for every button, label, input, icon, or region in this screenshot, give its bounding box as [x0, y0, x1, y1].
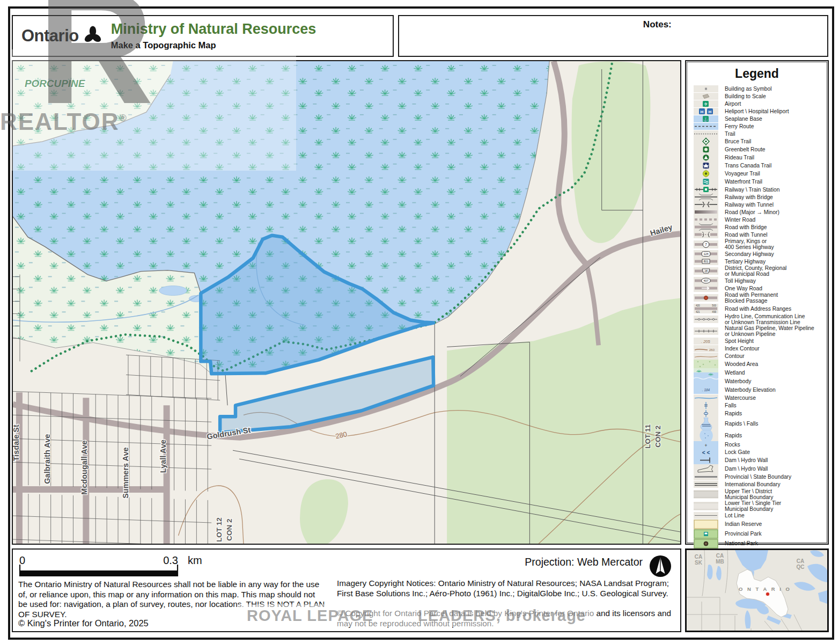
- provbound-icon: [694, 473, 720, 480]
- legend-item-label: Lock Gate: [720, 449, 750, 455]
- dam2-icon: [694, 464, 720, 473]
- wetlandsym-icon: [694, 368, 720, 377]
- svg-text:801: 801: [703, 260, 708, 263]
- parcel-copyright-text: © Copyright for Ontario Parcel data is h…: [337, 609, 674, 628]
- legend-item-provpark: Provincial Park: [686, 529, 828, 539]
- legend-item-wooded: Wooded Area: [686, 360, 828, 368]
- road_major-icon: [694, 208, 720, 216]
- map-label: PORCUPINE: [25, 78, 86, 89]
- page-title: Ministry of Natural Resources: [111, 21, 317, 36]
- rapids-icon: [694, 409, 720, 418]
- page-subtitle: Make a Topographic Map: [111, 40, 317, 50]
- ferry-icon: [694, 123, 720, 130]
- uppertier-icon: [694, 490, 720, 499]
- notes-label: Notes:: [643, 19, 672, 30]
- rideau-icon: [694, 153, 720, 162]
- legend-item-bruce: Bruce Trail: [686, 137, 828, 145]
- legend-item-building_symbol: Building as Symbol: [686, 85, 828, 93]
- legend-item-dam2: Dam \ Hydro Wall: [686, 464, 828, 473]
- disclaimer-text: The Ontario Ministry of Natural Resource…: [18, 580, 325, 620]
- legend-item-addresses: 420500421499Road with Address Ranges: [686, 304, 828, 313]
- airport-icon: ✈: [694, 100, 720, 107]
- legend-item-label: Natural Gas Pipeline, Water Pipeline or …: [720, 325, 814, 337]
- legend-item-label: Falls: [720, 402, 737, 408]
- header-panel: Ontario Ministry of Natural Resources Ma…: [12, 15, 394, 57]
- pipeline-icon: [694, 327, 720, 335]
- voyageur-icon: [694, 170, 720, 178]
- legend-item-hwy4: 28District, County, Regional or Municipa…: [686, 265, 828, 277]
- legend-item-label: Rapids \ Falls: [720, 421, 758, 427]
- legend-item-lockgate: < <Lock Gate: [686, 449, 828, 456]
- legend-item-label: Wooded Area: [720, 361, 758, 367]
- kings-printer-text: © King's Printer for Ontario, 2025: [18, 618, 149, 628]
- legend-item-label: Upper Tier \ District Municipal Boundary: [720, 488, 773, 500]
- hydro-icon: [694, 316, 720, 323]
- legend-item-waterelev: . 184Waterbody Elevation: [686, 385, 828, 394]
- legend-item-oneway: One Way Road: [686, 284, 828, 292]
- legend-item-label: Waterbody: [720, 378, 751, 384]
- svg-text:H: H: [701, 109, 704, 114]
- svg-text:28: 28: [704, 269, 708, 273]
- waterelev-icon: . 184: [694, 385, 720, 394]
- trillium-icon: [83, 25, 102, 47]
- oneway-icon: [694, 284, 720, 292]
- seaplane-icon: ⚓: [694, 115, 720, 122]
- legend-item-label: Provincial Park: [720, 531, 762, 537]
- legend-item-label: Lower Tier \ Single Tier Municipal Bound…: [720, 500, 781, 512]
- legend-item-trail: Trail: [686, 130, 828, 137]
- imagery-copyright-text: Imagery Copyright Notices: Ontario Minis…: [337, 579, 674, 598]
- legend-item-lotline: Lot Line: [686, 512, 828, 519]
- legend-item-label: National Park: [720, 540, 758, 546]
- legend-item-label: Road with Address Ranges: [720, 306, 791, 312]
- svg-text:500: 500: [712, 304, 716, 307]
- legend-item-label: Rapids: [720, 433, 742, 438]
- spot-icon: . 205: [694, 338, 720, 345]
- dam1-icon: [694, 456, 720, 464]
- legend-item-label: Provincial \ State Boundary: [720, 474, 791, 480]
- legend-item-airport: ✈Airport: [686, 100, 828, 108]
- svg-text:H: H: [709, 109, 712, 114]
- legend-item-label: Bruce Trail: [720, 138, 751, 144]
- legend-item-building_scale: Building to Scale: [686, 93, 828, 100]
- provpark-icon: [694, 529, 720, 539]
- svg-text:260: 260: [709, 348, 715, 352]
- legend-item-dam1: Dam \ Hydro Wall: [686, 456, 828, 464]
- legend-item-lowertier: Lower Tier \ Single Tier Municipal Bound…: [686, 500, 828, 512]
- svg-text:124: 124: [703, 253, 708, 256]
- legend-item-label: Hydro Line, Communication Line or Unknow…: [720, 313, 805, 325]
- legend-item-hwy5: 407Toll Highway: [686, 277, 828, 284]
- legend-item-rideau: Rideau Trail: [686, 153, 828, 162]
- legend-item-label: Seaplane Base: [720, 116, 762, 122]
- legend-item-label: Tertiary Highway: [720, 259, 766, 265]
- legend-item-hwy3: 801Tertiary Highway: [686, 258, 828, 265]
- legend-item-rapids: Rapids: [686, 409, 828, 418]
- legend-item-label: Spot Height: [720, 338, 754, 344]
- legend-item-greenbelt: Greenbelt Route: [686, 145, 828, 153]
- legend-item-label: Railway with Bridge: [720, 194, 773, 200]
- legend-item-label: Waterbody Elevation: [720, 387, 776, 393]
- svg-text:. 205: . 205: [701, 339, 711, 343]
- legend-item-indexcontour: 260Index Contour: [686, 345, 828, 352]
- svg-text:O N T A R I O: O N T A R I O: [739, 586, 791, 592]
- legend-item-label: Road (Major → Minor): [720, 209, 779, 215]
- svg-text:0: 0: [19, 555, 25, 566]
- svg-text:+: +: [704, 442, 707, 448]
- legend-item-label: Rapids: [720, 411, 742, 416]
- legend-item-label: Toll Highway: [720, 278, 756, 284]
- legend-item-label: Building as Symbol: [720, 86, 772, 92]
- legend-item-label: Voyageur Trail: [720, 171, 760, 177]
- legend-item-indianres: Indian Reserve: [686, 519, 828, 529]
- legend-item-watercourse: Watercourse: [686, 394, 828, 401]
- legend-item-label: Building to Scale: [720, 93, 766, 99]
- transcanada-icon: [694, 162, 720, 170]
- legend-panel: Legend Building as SymbolBuilding to Sca…: [685, 60, 829, 545]
- indexcontour-icon: 260: [694, 345, 720, 352]
- legend-item-road_bridge: Road with Bridge: [686, 223, 828, 231]
- legend-list: Building as SymbolBuilding to Scale✈Airp…: [686, 85, 828, 568]
- legend-item-intlbound: International Boundary: [686, 481, 828, 488]
- legend-item-spot: . 205Spot Height: [686, 337, 828, 345]
- waterfront-icon: [694, 178, 720, 186]
- legend-item-label: Contour: [720, 353, 745, 359]
- natlpark-icon: [694, 539, 720, 548]
- indianres-icon: [694, 519, 720, 529]
